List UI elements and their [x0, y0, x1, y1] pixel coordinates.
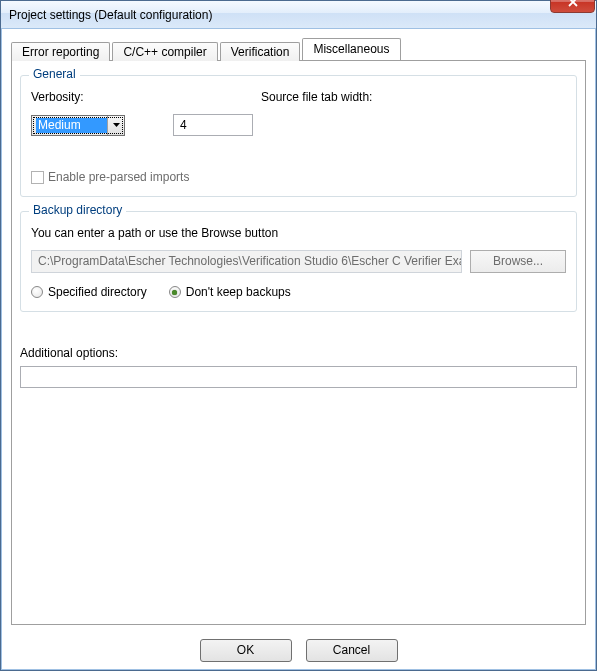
tab-strip: Error reporting C/C++ compiler Verificat… — [11, 38, 586, 60]
chevron-down-icon — [107, 116, 124, 135]
tabwidth-label: Source file tab width: — [261, 90, 401, 104]
titlebar: Project settings (Default configuration) — [1, 1, 596, 29]
radio-specified-indicator — [31, 286, 43, 298]
radio-specified-label: Specified directory — [48, 285, 147, 299]
dialog-window: Project settings (Default configuration)… — [0, 0, 597, 671]
tab-error-reporting[interactable]: Error reporting — [11, 42, 110, 61]
tab-miscellaneous[interactable]: Miscellaneous — [302, 38, 400, 60]
tab-c-cpp-compiler[interactable]: C/C++ compiler — [112, 42, 217, 61]
radio-nokeep-label: Don't keep backups — [186, 285, 291, 299]
group-general: General Verbosity: Source file tab width… — [20, 75, 577, 197]
verbosity-label: Verbosity: — [31, 90, 171, 104]
close-button[interactable] — [550, 0, 595, 13]
radio-dont-keep-backups[interactable]: Don't keep backups — [169, 285, 291, 299]
client-area: Error reporting C/C++ compiler Verificat… — [1, 29, 596, 670]
general-controls-row: Medium 4 — [31, 114, 566, 136]
ok-button[interactable]: OK — [200, 639, 292, 662]
window-title: Project settings (Default configuration) — [9, 8, 550, 22]
backup-radio-row: Specified directory Don't keep backups — [31, 285, 566, 299]
general-labels-row: Verbosity: Source file tab width: — [31, 90, 566, 104]
dialog-button-row: OK Cancel — [11, 631, 586, 662]
verbosity-combo[interactable]: Medium — [31, 115, 125, 136]
additional-options-input[interactable] — [20, 366, 577, 388]
additional-options-label: Additional options: — [20, 346, 577, 360]
browse-button[interactable]: Browse... — [470, 250, 566, 273]
backup-description: You can enter a path or use the Browse b… — [31, 226, 566, 240]
enable-preparsed-checkbox[interactable] — [31, 171, 44, 184]
radio-specified-directory[interactable]: Specified directory — [31, 285, 147, 299]
cancel-button[interactable]: Cancel — [306, 639, 398, 662]
backup-path-row: C:\ProgramData\Escher Technologies\Verif… — [31, 250, 566, 273]
verbosity-value: Medium — [36, 118, 107, 133]
enable-preparsed-label: Enable pre-parsed imports — [48, 170, 189, 184]
tabwidth-input[interactable]: 4 — [173, 114, 253, 136]
group-backup-legend: Backup directory — [29, 203, 126, 217]
enable-preparsed-row[interactable]: Enable pre-parsed imports — [31, 170, 566, 184]
radio-nokeep-indicator — [169, 286, 181, 298]
close-icon — [567, 0, 579, 10]
tab-page-miscellaneous: General Verbosity: Source file tab width… — [11, 60, 586, 625]
group-general-legend: General — [29, 67, 80, 81]
group-backup: Backup directory You can enter a path or… — [20, 211, 577, 312]
backup-path-input[interactable]: C:\ProgramData\Escher Technologies\Verif… — [31, 250, 462, 273]
tab-verification[interactable]: Verification — [220, 42, 301, 61]
